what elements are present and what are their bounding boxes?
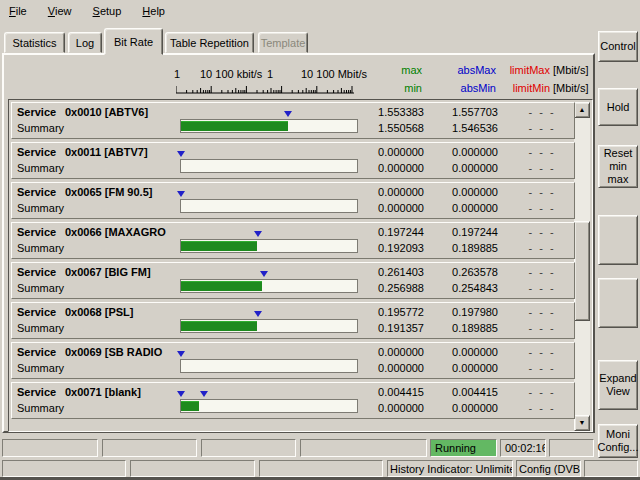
value-max: 0.004415: [344, 386, 424, 398]
control-button[interactable]: Control: [598, 31, 638, 62]
scroll-down-button[interactable]: ▼: [574, 415, 590, 431]
value-min: 0.191357: [344, 322, 424, 334]
status-cell-empty: [549, 439, 594, 457]
menu-view[interactable]: View: [39, 0, 81, 21]
tab-table-repetition[interactable]: Table Repetition: [165, 32, 254, 53]
col-header-max: max: [362, 64, 422, 76]
value-max: 1.553383: [344, 106, 424, 118]
service-row[interactable]: Service0x0068 [PSL] Summary 0.195772 0.1…: [11, 302, 575, 339]
bar-marker-icon: [284, 111, 292, 121]
value-min: 0.000000: [344, 162, 424, 174]
value-max: 0.261403: [344, 266, 424, 278]
summary-label: Summary: [17, 282, 64, 294]
summary-label: Summary: [17, 322, 64, 334]
blank-button-1[interactable]: [598, 215, 638, 265]
value-limitmax: - - -: [514, 386, 570, 398]
value-limitmax: - - -: [514, 306, 570, 318]
bar-track: [180, 119, 358, 133]
value-limitmin: - - -: [514, 162, 570, 174]
service-label: Service: [17, 306, 65, 318]
bitrate-panel: 1 10 100 kbit/s 1 10 100 Mbit/s max absM…: [2, 53, 595, 433]
bar-fill: [181, 281, 262, 291]
bar-marker-icon: [177, 391, 185, 401]
value-limitmin: - - -: [514, 402, 570, 414]
service-title: Service0x0068 [PSL]: [17, 306, 175, 319]
value-absmax: 0.000000: [426, 346, 498, 358]
tab-statistics[interactable]: Statistics: [4, 32, 65, 53]
value-limitmax: - - -: [514, 226, 570, 238]
value-limitmin: - - -: [514, 282, 570, 294]
value-limitmin: - - -: [514, 362, 570, 374]
bar-track: [180, 159, 358, 173]
tab-bit-rate[interactable]: Bit Rate: [104, 28, 163, 55]
value-limitmax: - - -: [514, 146, 570, 158]
tab-strip: Statistics Log Bit Rate Table Repetition…: [2, 30, 596, 55]
status-cell-empty: [201, 439, 296, 457]
value-min: 0.000000: [344, 402, 424, 414]
bitrate-scale-ruler: [176, 84, 356, 95]
service-title: Service0x0065 [FM 90.5]: [17, 186, 175, 199]
service-id: 0x0011 [ABTV7]: [65, 146, 148, 158]
bar-marker-icon: [177, 351, 185, 361]
bar-track: [180, 319, 358, 333]
reset-min-max-button[interactable]: Reset min max: [598, 145, 638, 188]
value-absmin: 0.000000: [426, 162, 498, 174]
service-row[interactable]: Service0x0065 [FM 90.5] Summary 0.000000…: [11, 182, 575, 219]
bar-fill: [181, 401, 199, 411]
hold-button[interactable]: Hold: [598, 88, 638, 126]
scroll-thumb[interactable]: [574, 221, 590, 321]
value-absmax: 0.263578: [426, 266, 498, 278]
elapsed-time: 00:02:16: [500, 439, 546, 457]
value-min: 0.256988: [344, 282, 424, 294]
col-header-min: min: [362, 82, 422, 94]
bar-track: [180, 399, 358, 413]
bar-track: [180, 279, 358, 293]
service-row[interactable]: Service0x0010 [ABTV6] Summary 1.553383 1…: [11, 102, 575, 139]
value-min: 0.000000: [344, 202, 424, 214]
expand-view-button[interactable]: Expand View: [598, 360, 638, 410]
running-status-badge: Running: [430, 439, 497, 457]
value-limitmax: - - -: [514, 346, 570, 358]
summary-label: Summary: [17, 122, 64, 134]
scale-label: 10 100 Mbit/s: [301, 68, 367, 80]
scale-label: 10 100 kbit/s: [200, 68, 262, 80]
value-absmax: 0.000000: [426, 186, 498, 198]
service-row[interactable]: Service0x0011 [ABTV7] Summary 0.000000 0…: [11, 142, 575, 179]
service-title: Service0x0067 [BIG FM]: [17, 266, 175, 279]
menu-setup[interactable]: Setup: [84, 0, 131, 21]
bar-track: [180, 359, 358, 373]
service-title: Service0x0069 [SB RADIO: [17, 346, 175, 359]
value-max: 0.195772: [344, 306, 424, 318]
status-cell-empty: [300, 439, 427, 457]
value-limitmin: - - -: [514, 242, 570, 254]
status-cell-empty: [2, 439, 98, 457]
bar-fill: [181, 241, 257, 251]
vertical-scrollbar[interactable]: ▲ ▼: [574, 102, 590, 431]
status-cell-empty: [2, 460, 126, 477]
blank-button-2[interactable]: [598, 278, 638, 328]
bitrate-scale-labels: 1 10 100 kbit/s 1 10 100 Mbit/s: [174, 68, 374, 81]
value-absmin: 0.000000: [426, 402, 498, 414]
service-row[interactable]: Service0x0071 [blank] Summary 0.004415 0…: [11, 382, 575, 419]
value-limitmin: - - -: [514, 322, 570, 334]
service-row[interactable]: Service0x0069 [SB RADIO Summary 0.000000…: [11, 342, 575, 379]
config-indicator: Config (DVB): [516, 460, 581, 477]
bar-track: [180, 239, 358, 253]
value-max: 0.197244: [344, 226, 424, 238]
status-cell-empty: [130, 460, 255, 477]
tab-log[interactable]: Log: [68, 32, 102, 53]
service-row[interactable]: Service0x0066 [MAXAGRO Summary 0.197244 …: [11, 222, 575, 259]
scroll-up-button[interactable]: ▲: [574, 102, 590, 118]
bar-marker-icon: [254, 311, 262, 321]
value-absmax: 1.557703: [426, 106, 498, 118]
value-absmax: 0.000000: [426, 146, 498, 158]
moni-config-button[interactable]: Moni Config...: [598, 424, 638, 458]
menu-help[interactable]: Help: [133, 0, 174, 21]
value-absmax: 0.197244: [426, 226, 498, 238]
summary-label: Summary: [17, 162, 64, 174]
col-header-unit-min: [Mbit/s]: [553, 82, 597, 94]
service-title: Service0x0066 [MAXAGRO: [17, 226, 175, 239]
menu-file[interactable]: File: [0, 0, 36, 21]
service-row[interactable]: Service0x0067 [BIG FM] Summary 0.261403 …: [11, 262, 575, 299]
summary-label: Summary: [17, 202, 64, 214]
